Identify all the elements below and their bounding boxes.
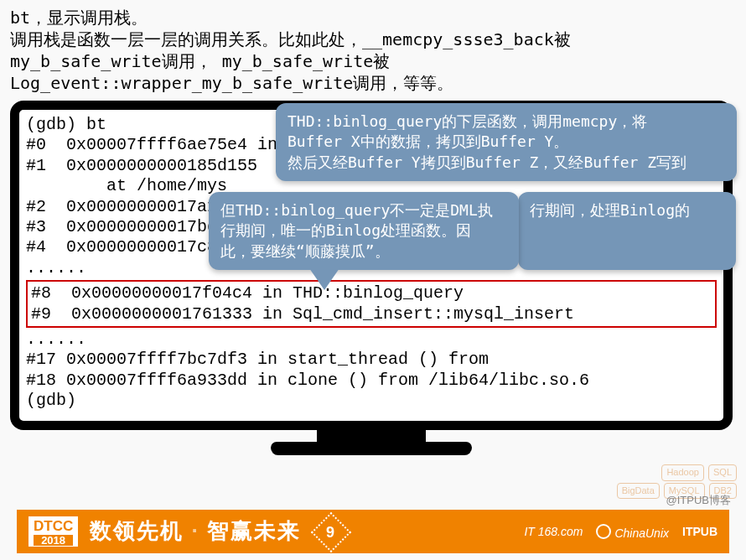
callout-line: 但THD::binlog_query不一定是DML执 <box>220 200 507 220</box>
dtcc-year: 2018 <box>34 535 73 546</box>
code-dots: ...... <box>26 329 717 350</box>
dtcc-text: DTCC <box>34 518 73 534</box>
code-line: #17 0x00007ffff7bc7df3 in start_thread (… <box>26 350 717 370</box>
callout-line: THD::binlog_query的下层函数，调用memcpy，将 <box>288 111 725 132</box>
slogan-part: 数领先机 <box>90 518 184 543</box>
callout-tail-icon <box>309 268 339 290</box>
intro-line: my_b_safe_write调用， my_b_safe_write被 <box>10 50 736 72</box>
callout-line: 此，要继续“顺藤摸瓜”。 <box>220 241 507 262</box>
intro-line: bt，显示调用栈。 <box>10 7 736 29</box>
hex-tag: Hadoop <box>661 464 704 480</box>
hex-tag: BigData <box>617 483 660 499</box>
watermark: @ITPUB博客 <box>666 493 731 508</box>
sponsor: IT 168.com <box>524 525 583 538</box>
footer-bar: DTCC 2018 数领先机 · 智赢未来 9 IT 168.com China… <box>17 510 729 553</box>
intro-text: bt，显示调用栈。 调用栈是函数一层一层的调用关系。比如此处，__memcpy_… <box>0 0 746 97</box>
callout-memcpy: THD::binlog_query的下层函数，调用memcpy，将 Buffer… <box>276 103 737 181</box>
monitor-neck <box>317 430 426 442</box>
code-line: #9 0x0000000001761333 in Sql_cmd_insert:… <box>31 304 712 324</box>
code-line: #8 0x00000000017f04c4 in THD::binlog_que… <box>31 283 712 303</box>
edition-badge: 9 <box>311 512 351 552</box>
callout-line: 然后又经Buffer Y拷贝到Buffer Z，又经Buffer Z写到 <box>288 153 725 173</box>
intro-line: 调用栈是函数一层一层的调用关系。比如此处，__memcpy_ssse3_back… <box>10 29 736 50</box>
highlighted-frames: #8 0x00000000017f04c4 in THD::binlog_que… <box>26 280 717 328</box>
callout-line: 行期间，处理Binlog的 <box>530 200 724 220</box>
slogan-part: 智赢未来 <box>207 518 301 543</box>
dtcc-logo: DTCC 2018 <box>28 516 78 547</box>
callout-right-fragment: 行期间，处理Binlog的 <box>518 192 736 270</box>
callout-line: Buffer X中的数据，拷贝到Buffer Y。 <box>288 132 725 152</box>
sponsor: ChinaUnix <box>596 524 669 540</box>
callout-dml: 但THD::binlog_query不一定是DML执 行期间，唯一的Binlog… <box>209 192 519 270</box>
sponsors: IT 168.com ChinaUnix ITPUB <box>524 524 718 540</box>
hex-tag: SQL <box>708 464 737 480</box>
intro-line: Log_event::wrapper_my_b_safe_write调用，等等。 <box>10 72 736 94</box>
terminal-screen: (gdb) bt #0 0x00007ffff6ae75e4 in #1 0x0… <box>10 101 733 430</box>
callout-line: 行期间，唯一的Binlog处理函数。因 <box>220 220 507 241</box>
sponsor: ITPUB <box>682 525 718 538</box>
code-line: (gdb) <box>26 391 717 411</box>
slogan: 数领先机 · 智赢未来 9 <box>90 516 345 547</box>
monitor: (gdb) bt #0 0x00007ffff6ae75e4 in #1 0x0… <box>10 101 733 455</box>
monitor-base <box>271 442 472 455</box>
code-line: #18 0x00007ffff6a933dd in clone () from … <box>26 371 717 391</box>
